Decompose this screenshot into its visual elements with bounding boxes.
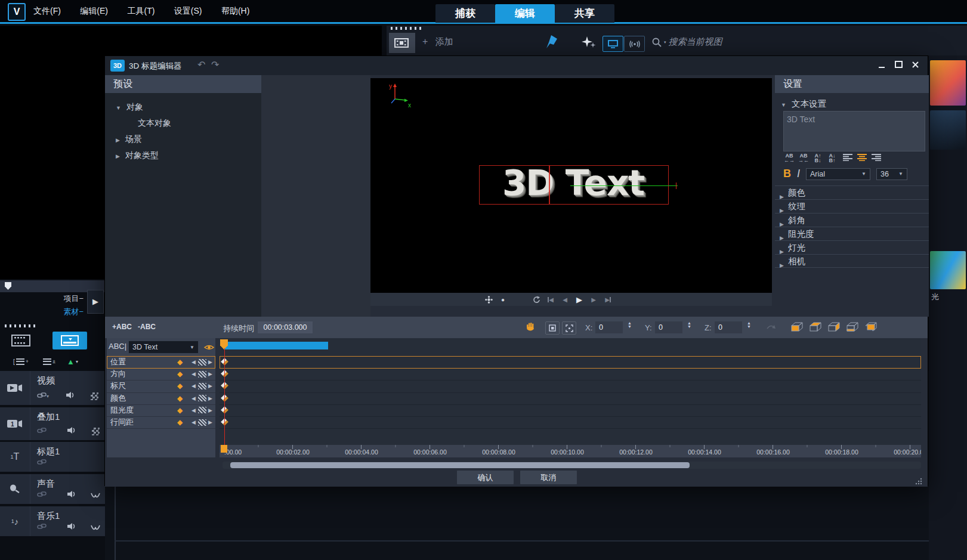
mute-icon[interactable] (67, 426, 76, 437)
next-keyframe-icon[interactable]: ▶ (208, 383, 212, 389)
pan-hand-icon[interactable] (526, 321, 535, 334)
mute-icon[interactable] (67, 522, 76, 533)
project-mode-label[interactable]: 项目− (0, 293, 84, 304)
add-media-button[interactable]: + 添加 (422, 36, 453, 48)
kerning-condense-icon[interactable]: AB→← (796, 153, 811, 163)
smart-effect-icon[interactable] (581, 35, 597, 52)
kf-row-color[interactable]: 颜色◆◀▶ (107, 392, 215, 405)
prev-keyframe-icon[interactable]: ◀ (191, 371, 196, 377)
timeline-scrollbar[interactable] (223, 462, 921, 469)
kf-row-position[interactable]: 位置◆◀▶ (107, 356, 215, 369)
add-remove-keyframe-icon[interactable] (198, 407, 206, 413)
view-right-icon[interactable] (827, 321, 841, 333)
text-settings-section[interactable]: ▼文本设置 (781, 98, 826, 110)
library-organize-button[interactable] (389, 33, 415, 53)
tab-edit[interactable]: 编辑 (495, 4, 555, 23)
menu-help[interactable]: 帮助(H) (221, 0, 249, 22)
confirm-button[interactable]: 确认 (457, 471, 514, 484)
timeline-view-button[interactable] (52, 332, 87, 349)
fit-selection-icon[interactable] (562, 321, 576, 335)
bold-button[interactable]: B (783, 168, 791, 180)
section-camera[interactable]: ▶相机 (775, 254, 929, 268)
add-remove-keyframe-icon[interactable] (198, 371, 206, 378)
lane-row-orientation[interactable] (220, 368, 921, 380)
track-title[interactable]: 1T 标题1 (0, 442, 105, 472)
panel-drag-handle[interactable] (5, 324, 38, 327)
leading-condense-icon[interactable]: A↓B↑ (825, 153, 839, 163)
render-quality-icon[interactable] (481, 296, 496, 304)
close-icon[interactable] (909, 60, 922, 70)
add-remove-keyframe-icon[interactable] (198, 419, 206, 426)
keyframe-diamond-icon[interactable]: ◆ (177, 418, 183, 426)
duration-value[interactable]: 00:00:03.000 (258, 321, 313, 333)
add-remove-keyframe-icon[interactable] (198, 359, 206, 366)
maximize-icon[interactable] (892, 60, 905, 70)
prev-keyframe-icon[interactable]: ◀ (191, 383, 196, 389)
kerning-expand-icon[interactable]: AB←→ (782, 153, 796, 163)
ripple-edit-button[interactable]: ▲▾ (67, 355, 78, 368)
3d-viewport[interactable]: y x 3D Text (370, 78, 772, 293)
trim-marker[interactable] (5, 282, 11, 290)
z-spinner[interactable]: ▲▼ (747, 321, 751, 329)
prev-frame-icon[interactable]: ◀ (558, 296, 572, 303)
section-opacity[interactable]: ▶阻光度 (775, 227, 929, 240)
go-end-icon[interactable]: ▶ (601, 296, 615, 303)
keyframe-marker[interactable] (221, 406, 228, 414)
next-keyframe-icon[interactable]: ▶ (208, 395, 212, 401)
add-text-object-button[interactable]: +ABC (112, 323, 132, 331)
view-top-icon[interactable] (808, 321, 823, 333)
prev-keyframe-icon[interactable]: ◀ (191, 407, 196, 413)
keyframe-marker[interactable] (221, 382, 228, 390)
keyframe-marker[interactable] (221, 394, 228, 402)
link-icon[interactable] (37, 426, 47, 437)
lane-row-line-spacing[interactable] (220, 416, 921, 429)
cancel-button[interactable]: 取消 (520, 471, 577, 484)
y-spinner[interactable]: ▲▼ (687, 321, 691, 329)
track-voice[interactable]: 声音 (0, 474, 105, 504)
search-input[interactable]: 搜索当前视图 (669, 36, 722, 48)
leading-expand-icon[interactable]: A↑B↓ (811, 153, 825, 163)
media-thumbnail[interactable] (930, 251, 966, 289)
add-remove-track-button[interactable]: ± (43, 355, 55, 368)
zoom-to-object-icon[interactable] (545, 321, 560, 335)
transparency-icon[interactable] (91, 392, 98, 400)
media-thumbnail[interactable] (930, 110, 966, 150)
undo-icon[interactable]: ↶ (197, 59, 205, 70)
keyframe-diamond-icon[interactable]: ◆ (177, 358, 183, 366)
next-keyframe-icon[interactable]: ▶ (208, 419, 212, 425)
add-remove-keyframe-icon[interactable] (198, 395, 206, 401)
prev-keyframe-icon[interactable]: ◀ (191, 359, 196, 365)
section-bevel[interactable]: ▶斜角 (775, 213, 929, 227)
waveform-icon[interactable] (91, 490, 100, 500)
font-size-select[interactable]: 36▼ (876, 168, 907, 180)
x-value-input[interactable]: 0 (595, 321, 623, 333)
lane-row-position[interactable] (220, 356, 921, 369)
display-mode-toggle[interactable] (603, 36, 623, 52)
remove-text-object-button[interactable]: -ABC (138, 323, 156, 331)
menu-settings[interactable]: 设置(S) (174, 0, 202, 22)
keyframe-marker[interactable] (221, 370, 228, 378)
resize-grip-icon[interactable] (915, 477, 922, 487)
library-search[interactable]: ▾ 搜索当前视图 (652, 36, 722, 48)
play-icon[interactable]: ▶ (572, 295, 586, 304)
align-left-icon[interactable] (843, 153, 853, 163)
audio-mode-toggle[interactable] (624, 36, 645, 52)
minimize-icon[interactable] (875, 60, 888, 70)
timeline-ruler[interactable]: :00.00 00:00:02.00 00:00:04.00 00:00:06.… (220, 445, 921, 457)
keyframe-marker[interactable] (221, 418, 228, 426)
section-color[interactable]: ▶颜色 (775, 185, 929, 199)
track-overlay[interactable]: 1 叠加1 (0, 407, 105, 440)
search-scope-dropdown-icon[interactable]: ▾ (664, 40, 666, 45)
transparency-icon[interactable] (92, 428, 100, 435)
keyframe-marker[interactable] (221, 358, 228, 366)
pin-icon[interactable] (544, 34, 558, 52)
prev-keyframe-icon[interactable]: ◀ (191, 419, 196, 425)
menu-tools[interactable]: 工具(T) (127, 0, 155, 22)
keyframe-diamond-icon[interactable]: ◆ (177, 370, 183, 378)
view-bottom-icon[interactable] (845, 321, 860, 333)
menu-file[interactable]: 文件(F) (33, 0, 61, 22)
lane-row-opacity[interactable] (220, 404, 921, 417)
link-dropdown-icon[interactable]: ▾ (47, 394, 49, 399)
go-start-icon[interactable]: ◀ (543, 296, 558, 303)
font-family-select[interactable]: Arial▼ (806, 168, 870, 180)
